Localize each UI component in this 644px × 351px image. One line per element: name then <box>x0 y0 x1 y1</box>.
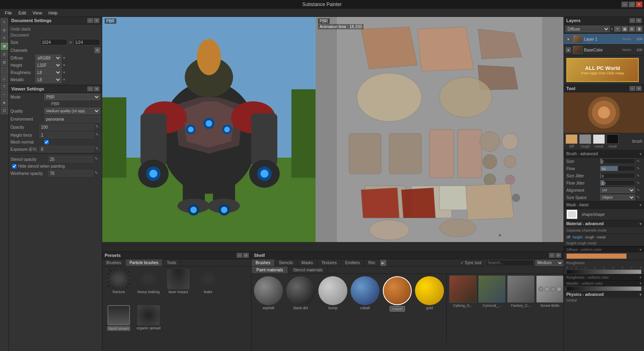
layers-collapse[interactable]: ─ <box>630 18 635 23</box>
ch-swatch-metal[interactable] <box>593 134 605 144</box>
tool-picker[interactable]: ◈ <box>1 99 8 106</box>
shelf-tab-brushes[interactable]: Brushes <box>252 259 275 266</box>
preset-liquid-stream[interactable]: liquid stream <box>105 305 133 341</box>
viewer-settings-collapse[interactable]: ─ <box>87 86 93 91</box>
tool-clone[interactable]: ⊞ <box>1 59 8 66</box>
close-button[interactable]: ✕ <box>636 2 642 7</box>
roughness-gradient-bar[interactable] <box>566 269 642 274</box>
viewport-3d[interactable]: X Y PBR <box>102 17 316 242</box>
param-flow-jitter-edit[interactable]: ✎ <box>637 181 642 185</box>
shelf-nav-arrow[interactable]: ▶ <box>380 260 386 266</box>
shelf-mat-bump[interactable]: bump <box>318 276 347 340</box>
brush-advanced-section[interactable]: Brush - advanced ▾ <box>564 150 644 158</box>
tool-text[interactable]: T <box>1 83 8 90</box>
param-flow-slider[interactable]: 50 <box>600 166 635 171</box>
mask-basic-section[interactable]: Mask - basic ▾ <box>564 201 644 209</box>
mat-ch-btn-metal[interactable]: metal <box>597 235 605 239</box>
tool-brush[interactable]: ⬟ <box>1 43 8 50</box>
shelf-tab-textures[interactable]: Textures <box>318 259 341 266</box>
tool-measure[interactable]: ⊡ <box>1 107 8 114</box>
layers-close[interactable]: ✕ <box>636 18 642 23</box>
channel-height-format[interactable]: L32F <box>35 62 62 68</box>
hide-stencil-checkbox[interactable] <box>12 164 17 168</box>
sync-tool-button[interactable]: ✓ Sync tool <box>458 260 484 266</box>
wireframe-opacity-input[interactable] <box>48 170 93 177</box>
param-size-space-edit[interactable]: ✎ <box>637 195 642 199</box>
shelf-tab-emitters[interactable]: Emitters <box>341 259 364 266</box>
ad-banner[interactable]: ALL PC World Free Apps One Click Away <box>566 58 639 82</box>
delete-layer-button[interactable]: 🗑 <box>636 26 642 32</box>
tab-particle-brushes[interactable]: Particle brushes <box>126 259 163 266</box>
shelf-mat-blackdirt[interactable]: black dirt <box>286 276 315 340</box>
shelf-tab-rec[interactable]: Rec <box>364 259 380 266</box>
height-force-input[interactable] <box>39 132 94 138</box>
viewer-settings-close[interactable]: ✕ <box>94 86 99 91</box>
menu-help[interactable]: Help <box>45 10 61 16</box>
shelf-item-screwbolts[interactable]: Screw Bolts <box>536 275 564 308</box>
material-advanced-header[interactable]: Material - advanced ▾ <box>564 220 644 227</box>
tool-collapse[interactable]: ─ <box>630 86 635 91</box>
layer-item-basecolor[interactable]: ● BaseColor Norm 100 <box>564 45 644 55</box>
layer-blend-select[interactable]: Diffuse <box>566 26 610 32</box>
shelf-size-select[interactable]: Medium <box>535 260 564 266</box>
tool-transform[interactable]: ⊕ <box>1 27 8 34</box>
shelf-mat-asphalt[interactable]: asphalt <box>254 276 283 340</box>
menu-edit[interactable]: Edit <box>15 10 29 16</box>
channel-metallic-format[interactable]: L8 <box>35 76 62 83</box>
viewport-uv[interactable]: ▲ PBR Animation time : 16.333 <box>316 17 564 242</box>
tab-brushes[interactable]: Brushes <box>102 259 126 266</box>
diffuse-color-swatch[interactable] <box>566 253 627 259</box>
shelf-item-cymural[interactable]: Cymural_... <box>478 275 506 308</box>
tool-geometry[interactable]: △ <box>1 75 8 82</box>
minimize-button[interactable]: ─ <box>621 2 628 7</box>
tool-eraser[interactable]: ⊘ <box>1 51 8 58</box>
shelf-tab-masks[interactable]: Masks <box>297 259 318 266</box>
shelf-item-factory[interactable]: Factory_C... <box>507 275 535 308</box>
physics-advanced-section[interactable]: Physics - advanced ▾ <box>564 291 644 298</box>
param-alignment-select[interactable]: UV <box>600 187 635 193</box>
stencil-opacity-input[interactable] <box>48 156 93 162</box>
mask-shape-thumb[interactable] <box>566 209 578 219</box>
add-channel-button[interactable]: + <box>95 47 100 53</box>
preset-leaks[interactable]: leaks <box>194 269 222 304</box>
layer-eye-1[interactable]: ● <box>566 36 571 42</box>
size-input-width[interactable] <box>40 39 67 45</box>
preset-heavy-leaking[interactable]: heavy leaking <box>134 269 163 304</box>
tool-fill[interactable]: ⬛ <box>1 67 8 74</box>
menu-file[interactable]: File <box>2 10 15 16</box>
param-size-slider[interactable]: 2 <box>600 158 635 164</box>
undo-stack-label[interactable]: Undo stack <box>10 26 100 32</box>
preset-laser-impact[interactable]: laser impact <box>164 269 192 304</box>
exposure-edit-icon[interactable]: ✎ <box>95 146 100 152</box>
preset-fracture[interactable]: fracture <box>105 269 133 304</box>
param-flow-jitter-slider[interactable]: 10 <box>600 180 635 186</box>
param-alignment-edit[interactable]: ✎ <box>637 188 642 192</box>
size-input-height[interactable] <box>74 39 101 45</box>
mat-ch-btn-height[interactable]: height <box>573 235 583 239</box>
param-size-space-select[interactable]: Object <box>600 195 635 200</box>
ch-swatch-diff[interactable] <box>566 134 578 144</box>
tool-smudge[interactable]: ~ <box>1 91 8 98</box>
add-fill-button[interactable]: ▦ <box>621 26 628 32</box>
presets-close[interactable]: ✕ <box>243 253 249 258</box>
shelf-tab-stencils[interactable]: Stencils <box>275 259 297 266</box>
channel-roughness-format[interactable]: L8 <box>35 69 62 76</box>
opacity-input[interactable] <box>39 124 94 130</box>
tool-paint[interactable]: ✎ <box>1 35 8 42</box>
shelf-collapse[interactable]: ─ <box>549 253 555 258</box>
tab-tools[interactable]: Tools <box>163 259 180 266</box>
param-size-jitter-slider[interactable]: 0 <box>600 173 635 179</box>
maximize-button[interactable]: □ <box>629 2 635 7</box>
ch-swatch-mask[interactable] <box>607 134 619 144</box>
layer-item-1[interactable]: ● Layer 1 Norm 100 <box>564 34 644 45</box>
preset-organic-spread[interactable]: organic spread <box>134 305 163 341</box>
wireframe-opacity-edit-icon[interactable]: ✎ <box>95 170 100 176</box>
shelf-mat-tab-stencil[interactable]: Stencil materials <box>288 267 328 273</box>
height-force-edit-icon[interactable]: ✎ <box>95 132 100 138</box>
mat-ch-btn-dff[interactable]: dff <box>566 235 570 239</box>
param-size-jitter-edit[interactable]: ✎ <box>637 174 642 178</box>
document-label[interactable]: Document <box>10 32 100 38</box>
param-size-edit[interactable]: ✎ <box>637 159 642 163</box>
tool-close[interactable]: ✕ <box>636 86 642 91</box>
opacity-edit-icon[interactable]: ✎ <box>95 124 100 130</box>
